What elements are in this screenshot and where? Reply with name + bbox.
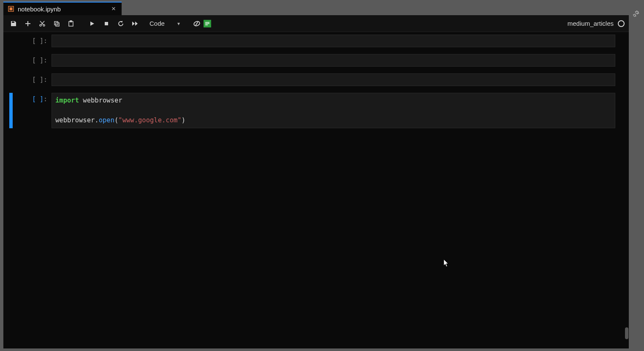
cell-active-marker [9, 35, 13, 47]
svg-rect-1 [10, 8, 13, 11]
code-cell[interactable]: [ ]: [9, 35, 623, 47]
cell-code-editor[interactable]: import webbrowser webbrowser.open("www.g… [52, 93, 615, 128]
toolbar-right: medium_articles [568, 20, 625, 27]
cell-active-marker [9, 54, 13, 67]
cell-code-editor[interactable] [52, 54, 615, 67]
save-button[interactable] [8, 18, 19, 30]
kernel-status-icon[interactable] [618, 20, 625, 27]
scrollbar[interactable] [624, 34, 628, 345]
run-button[interactable] [86, 18, 98, 30]
scrollbar-thumb[interactable] [625, 327, 628, 339]
variable-inspector-button[interactable] [193, 19, 201, 28]
code-cell[interactable]: [ ]: [9, 73, 623, 86]
cell-prompt: [ ]: [13, 54, 52, 67]
stop-button[interactable] [101, 18, 112, 30]
svg-line-17 [196, 22, 198, 26]
cell-type-label: Code [149, 20, 165, 27]
code-cell[interactable]: [ ]: [9, 54, 623, 67]
svg-rect-9 [56, 23, 59, 26]
settings-gears-icon[interactable] [632, 10, 641, 21]
svg-marker-14 [132, 22, 135, 26]
run-all-button[interactable] [129, 18, 141, 30]
notebook-panel: notebook.ipynb × [3, 2, 629, 348]
svg-rect-8 [54, 22, 58, 25]
copy-button[interactable] [51, 18, 62, 30]
cell-code-editor[interactable] [52, 35, 615, 47]
notebook-cells[interactable]: [ ]:[ ]:[ ]:[ ]:import webbrowser webbro… [3, 32, 629, 348]
add-cell-button[interactable] [22, 18, 34, 30]
close-icon[interactable]: × [110, 5, 117, 13]
svg-marker-15 [135, 22, 138, 26]
kernel-name[interactable]: medium_articles [568, 20, 614, 27]
cell-active-marker [9, 73, 13, 86]
chevron-down-icon: ▾ [177, 21, 180, 27]
code-assist-button[interactable] [204, 20, 211, 27]
tab-notebook[interactable]: notebook.ipynb × [3, 2, 122, 15]
cell-prompt: [ ]: [13, 93, 52, 128]
notebook-icon [8, 5, 14, 12]
cell-active-marker [9, 93, 13, 128]
svg-rect-11 [70, 21, 72, 22]
tab-bar: notebook.ipynb × [3, 2, 629, 15]
paste-button[interactable] [65, 18, 77, 30]
restart-kernel-button[interactable] [115, 18, 127, 30]
cut-button[interactable] [36, 18, 48, 30]
cell-prompt: [ ]: [13, 73, 52, 86]
cell-code-editor[interactable] [52, 73, 615, 86]
code-cell[interactable]: [ ]:import webbrowser webbrowser.open("w… [9, 93, 623, 128]
tab-title: notebook.ipynb [18, 5, 106, 13]
cell-type-dropdown[interactable]: Code ▾ [146, 20, 183, 27]
cell-prompt: [ ]: [13, 35, 52, 47]
svg-rect-13 [105, 22, 108, 25]
svg-marker-12 [90, 22, 94, 26]
toolbar: Code ▾ medium_articles [3, 15, 629, 32]
